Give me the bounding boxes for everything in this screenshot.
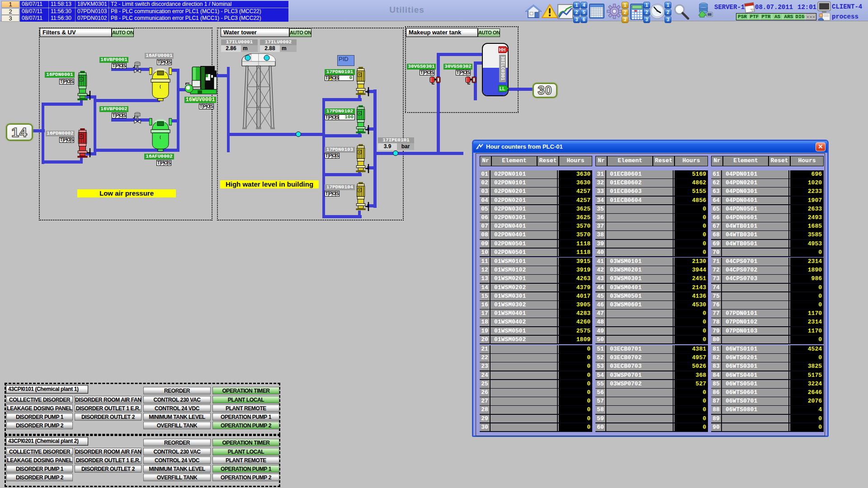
svg-text:HH: HH (499, 47, 505, 52)
svg-text:LL: LL (500, 86, 505, 91)
